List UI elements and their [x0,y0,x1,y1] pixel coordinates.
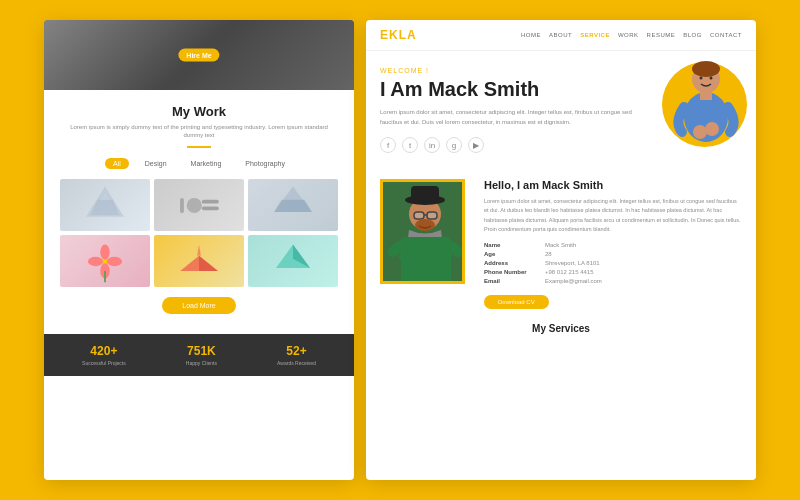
nav-resume[interactable]: RESUME [647,32,676,38]
about-description: Lorem ipsum dolor sit amet, consectetur … [484,197,742,234]
svg-point-3 [187,198,202,213]
nav-blog[interactable]: BLOG [683,32,702,38]
stat-clients-label: Happy Clients [186,360,217,366]
social-youtube[interactable]: ▶ [468,137,484,153]
svg-point-22 [692,61,720,77]
info-value-address: Shreveport, LA 8101 [545,260,600,266]
logo: EKLA [380,28,417,42]
svg-point-27 [710,77,713,80]
hero-person-image [654,57,744,157]
hero-text: WELCOME ! I Am Mack Smith Lorem ipsum do… [380,67,642,161]
info-row-name: Name Mack Smith [484,242,742,248]
filter-tab-photography[interactable]: Photography [237,158,293,169]
person-photo-frame [380,179,465,284]
about-text-area: Hello, I am Mack Smith Lorem ipsum dolor… [484,179,742,309]
svg-rect-33 [414,212,424,219]
svg-point-13 [107,257,122,266]
filter-tabs: All Design Marketing Photography [60,158,338,169]
info-row-phone: Phone Number +98 012 215 4415 [484,269,742,275]
info-label-email: Email [484,278,539,284]
info-label-phone: Phone Number [484,269,539,275]
stat-projects-label: Successful Projects [82,360,126,366]
svg-rect-4 [202,200,219,204]
svg-rect-6 [180,198,184,213]
portfolio-content: My Work Lorem ipsum is simply dummy text… [44,90,354,334]
social-linkedin[interactable]: in [424,137,440,153]
filter-tab-design[interactable]: Design [137,158,175,169]
right-panel: EKLA HOME ABOUT SERVICE WORK RESUME BLOG… [366,20,756,480]
info-value-email: Example@gmail.com [545,278,602,284]
portfolio-item-4[interactable] [60,235,150,287]
filter-tab-marketing[interactable]: Marketing [183,158,230,169]
about-title: Hello, I am Mack Smith [484,179,742,191]
svg-marker-17 [197,244,201,255]
svg-point-25 [705,122,719,136]
stat-awards-number: 52+ [277,344,316,358]
svg-rect-31 [411,186,439,201]
hero-image-area [642,67,742,161]
portfolio-item-6[interactable] [248,235,338,287]
outer-frame: Hire Me My Work Lorem ipsum is simply du… [0,0,800,500]
portfolio-item-2[interactable] [154,179,244,231]
stats-bar: 420+ Successful Projects 751K Happy Clie… [44,334,354,376]
info-value-age: 28 [545,251,552,257]
welcome-label: WELCOME ! [380,67,632,74]
info-label-name: Name [484,242,539,248]
info-label-address: Address [484,260,539,266]
stat-projects: 420+ Successful Projects [82,344,126,366]
info-row-email: Email Example@gmail.com [484,278,742,284]
stat-projects-number: 420+ [82,344,126,358]
social-googleplus[interactable]: g [446,137,462,153]
info-value-name: Mack Smith [545,242,576,248]
left-panel-hero: Hire Me [44,20,354,90]
portfolio-subtitle: Lorem ipsum is simply dummy text of the … [60,123,338,140]
nav-about[interactable]: ABOUT [549,32,572,38]
filter-tab-all[interactable]: All [105,158,129,169]
person-photo-container [380,179,470,284]
info-label-age: Age [484,251,539,257]
svg-point-12 [88,257,103,266]
social-icons: f t in g ▶ [380,137,632,153]
svg-point-24 [693,125,707,139]
svg-rect-34 [427,212,437,219]
download-cv-button[interactable]: Download CV [484,295,549,309]
info-value-phone: +98 012 215 4415 [545,269,594,275]
portfolio-item-3[interactable] [248,179,338,231]
stat-clients: 751K Happy Clients [186,344,217,366]
nav-links: HOME ABOUT SERVICE WORK RESUME BLOG CONT… [521,32,742,38]
stat-awards: 52+ Awards Received [277,344,316,366]
portfolio-title: My Work [60,104,338,119]
stat-awards-label: Awards Received [277,360,316,366]
svg-point-10 [100,244,109,259]
hero-name: I Am Mack Smith [380,78,632,100]
stat-clients-number: 751K [186,344,217,358]
nav-service[interactable]: SERVICE [580,32,610,38]
left-panel: Hire Me My Work Lorem ipsum is simply du… [44,20,354,480]
portfolio-item-5[interactable] [154,235,244,287]
hire-me-button[interactable]: Hire Me [178,49,219,62]
social-facebook[interactable]: f [380,137,396,153]
info-row-age: Age 28 [484,251,742,257]
svg-rect-5 [202,206,219,210]
right-navbar: EKLA HOME ABOUT SERVICE WORK RESUME BLOG… [366,20,756,51]
info-table: Name Mack Smith Age 28 Address Shrevepor… [484,242,742,284]
svg-point-36 [415,219,435,231]
nav-contact[interactable]: CONTACT [710,32,742,38]
person-photo [383,182,462,281]
info-row-address: Address Shreveport, LA 8101 [484,260,742,266]
right-hero-section: WELCOME ! I Am Mack Smith Lorem ipsum do… [366,51,756,171]
portfolio-grid [60,179,338,287]
svg-marker-8 [274,200,312,212]
social-twitter[interactable]: t [402,137,418,153]
load-more-button[interactable]: Load More [162,297,235,314]
nav-home[interactable]: HOME [521,32,541,38]
my-services-label: My Services [366,317,756,338]
svg-rect-23 [700,90,712,100]
right-middle-section: Hello, I am Mack Smith Lorem ipsum dolor… [366,171,756,317]
svg-point-26 [700,77,703,80]
portfolio-item-1[interactable] [60,179,150,231]
title-divider [187,146,211,148]
hero-description: Lorem ipsum dolor sit amet, consectetur … [380,108,632,127]
nav-work[interactable]: WORK [618,32,639,38]
svg-marker-16 [199,256,218,271]
